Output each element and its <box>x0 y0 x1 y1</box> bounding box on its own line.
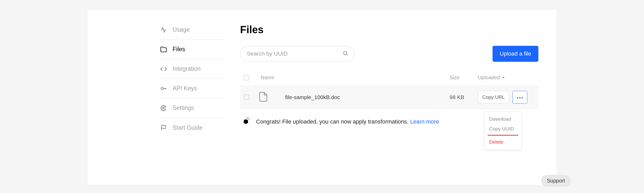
support-button[interactable]: Support <box>541 175 571 187</box>
svg-point-9 <box>521 97 523 98</box>
key-icon <box>160 85 167 92</box>
sidebar-item-files[interactable]: Files <box>160 40 225 59</box>
column-header-size[interactable]: Size <box>450 75 478 81</box>
flag-icon <box>160 124 167 131</box>
gear-icon <box>160 105 167 111</box>
file-icon <box>258 91 270 103</box>
file-size: 98 KB <box>450 94 478 100</box>
page-title: Files <box>240 24 538 36</box>
table-header: Name Size Uploaded <box>240 75 538 85</box>
row-actions-menu: Download Copy UUID Delete <box>484 111 522 150</box>
table-row[interactable]: file-sample_100kB.doc 98 KB Copy URL <box>240 85 538 109</box>
upload-button[interactable]: Upload a file <box>493 46 538 62</box>
app-panel: Usage Files Integration API Keys <box>88 10 556 185</box>
sidebar-item-label: Start Guide <box>173 124 202 131</box>
svg-point-0 <box>161 87 163 90</box>
sidebar: Usage Files Integration API Keys <box>160 19 225 159</box>
main-content: Files Upload a file Name Size Uploaded <box>225 19 556 159</box>
copy-url-button[interactable]: Copy URL <box>478 91 509 104</box>
column-header-uploaded-label: Uploaded <box>478 75 500 81</box>
menu-item-delete[interactable]: Delete <box>485 137 521 147</box>
svg-line-12 <box>249 119 250 120</box>
sidebar-item-api-keys[interactable]: API Keys <box>160 79 225 98</box>
code-icon <box>160 66 167 72</box>
select-all-checkbox[interactable] <box>244 75 249 80</box>
svg-point-10 <box>244 119 248 124</box>
sidebar-item-usage[interactable]: Usage <box>160 20 225 40</box>
sidebar-item-label: Files <box>173 46 185 53</box>
row-checkbox[interactable] <box>244 95 249 100</box>
party-icon <box>243 117 250 126</box>
svg-point-7 <box>517 97 518 98</box>
file-name: file-sample_100kB.doc <box>270 94 450 100</box>
column-header-uploaded[interactable]: Uploaded <box>478 75 535 81</box>
learn-more-link[interactable]: Learn more <box>410 118 439 125</box>
dots-icon <box>516 95 523 99</box>
menu-item-download[interactable]: Download <box>485 114 521 124</box>
sidebar-item-start-guide[interactable]: Start Guide <box>160 118 225 137</box>
svg-line-6 <box>346 54 348 55</box>
folder-icon <box>160 46 167 53</box>
message-text: Congrats! File uploaded, you can now app… <box>256 118 409 125</box>
search-box[interactable] <box>240 46 355 62</box>
more-actions-button[interactable] <box>512 91 527 104</box>
svg-point-8 <box>519 97 520 98</box>
sidebar-item-label: Integration <box>173 65 201 72</box>
sidebar-item-integration[interactable]: Integration <box>160 59 225 79</box>
search-icon[interactable] <box>343 51 348 57</box>
menu-item-copy-uuid[interactable]: Copy UUID <box>485 124 521 134</box>
sidebar-item-label: Usage <box>173 26 190 33</box>
sidebar-item-settings[interactable]: Settings <box>160 98 225 118</box>
svg-point-3 <box>163 107 164 109</box>
sidebar-item-label: Settings <box>173 104 194 111</box>
sidebar-item-label: API Keys <box>173 85 197 92</box>
menu-divider <box>488 135 518 136</box>
svg-line-11 <box>248 118 249 119</box>
column-header-name[interactable]: Name <box>257 75 450 81</box>
svg-point-5 <box>344 51 347 55</box>
chevron-down-icon <box>502 77 505 78</box>
activity-icon <box>160 27 167 33</box>
search-input[interactable] <box>247 50 343 57</box>
